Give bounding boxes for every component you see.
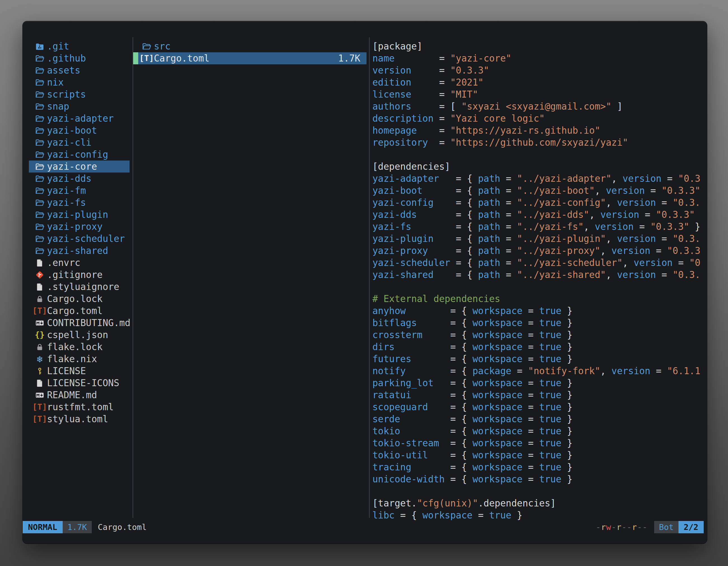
file-name: .git [47, 41, 69, 52]
folder-open-icon [34, 113, 45, 124]
file-row[interactable]: src [133, 40, 367, 52]
file-name: yazi-core [47, 161, 97, 172]
file-icon [34, 282, 45, 292]
file-name: cspell.json [47, 329, 108, 340]
folder-open-icon [34, 186, 45, 196]
file-row[interactable]: .styluaignore [29, 281, 130, 293]
file-row[interactable]: assets [29, 64, 130, 76]
file-name: flake.lock [47, 341, 103, 352]
file-row[interactable]: ❄flake.nix [29, 353, 130, 365]
pane-divider-left [133, 37, 133, 518]
nix-icon: ❄ [34, 354, 45, 364]
file-row[interactable]: yazi-config [29, 149, 130, 161]
file-row[interactable]: yazi-plugin [29, 209, 130, 221]
file-name: Cargo.toml [47, 305, 103, 316]
folder-open-icon [34, 77, 45, 88]
file-row[interactable]: [T]Cargo.toml1.7K [133, 52, 367, 64]
file-name: yazi-boot [47, 125, 97, 136]
file-icon [34, 378, 45, 388]
git-icon [34, 270, 45, 280]
key-icon [34, 366, 45, 376]
file-row[interactable]: yazi-scheduler [29, 233, 130, 245]
status-filename: Cargo.toml [98, 521, 147, 533]
file-row[interactable]: LICENSE [29, 365, 130, 377]
file-name: stylua.toml [47, 414, 108, 424]
file-row[interactable]: .github [29, 52, 130, 64]
scroll-position-badge: Bot [654, 521, 678, 533]
file-row[interactable]: CONTRIBUTING.md [29, 317, 130, 329]
cursor-counter-badge: 2/2 [678, 521, 704, 533]
folder-open-icon [34, 210, 45, 220]
toml-icon: [T] [34, 305, 45, 316]
toml-icon: [T] [34, 402, 45, 412]
file-row[interactable]: LICENSE-ICONS [29, 377, 130, 389]
file-row[interactable]: snap [29, 100, 130, 112]
file-row[interactable]: yazi-shared [29, 245, 130, 257]
toml-icon: [T] [141, 53, 152, 64]
file-row[interactable]: yazi-dds [29, 173, 130, 185]
file-name: flake.nix [47, 353, 97, 364]
folder-open-icon [34, 149, 45, 160]
json-icon: {} [34, 330, 45, 340]
file-row[interactable]: [T]stylua.toml [29, 413, 130, 425]
file-row[interactable]: .git [29, 40, 130, 52]
file-name: LICENSE [47, 365, 86, 376]
folder-open-icon [34, 137, 45, 148]
file-name: yazi-dds [47, 173, 91, 184]
file-name: snap [47, 101, 69, 112]
folder-open-icon [141, 41, 152, 52]
file-row[interactable]: nix [29, 76, 130, 88]
file-row[interactable]: flake.lock [29, 341, 130, 353]
file-row[interactable]: .envrc [29, 257, 130, 269]
folder-open-icon [34, 234, 45, 244]
file-name: .styluaignore [47, 281, 119, 292]
file-row[interactable]: .gitignore [29, 269, 130, 281]
folder-open-icon [34, 161, 45, 172]
file-row[interactable]: yazi-boot [29, 125, 130, 137]
file-row[interactable]: yazi-fm [29, 185, 130, 197]
file-row[interactable]: yazi-core [29, 161, 130, 173]
file-size: 1.7K [338, 53, 367, 64]
current-file-list: src[T]Cargo.toml1.7K [133, 40, 367, 64]
folder-open-icon [34, 198, 45, 208]
file-row[interactable]: README.md [29, 389, 130, 401]
file-row[interactable]: yazi-cli [29, 137, 130, 149]
file-row[interactable]: Cargo.lock [29, 293, 130, 305]
file-name: yazi-scheduler [47, 233, 125, 244]
file-name: scripts [47, 89, 86, 100]
file-row[interactable]: scripts [29, 88, 130, 100]
file-name: CONTRIBUTING.md [47, 317, 130, 328]
folder-open-icon [34, 173, 45, 184]
permissions-text: -rw-r--r-- [596, 521, 648, 533]
folder-open-icon [34, 53, 45, 64]
file-row[interactable]: yazi-proxy [29, 221, 130, 233]
file-name: .github [47, 53, 86, 64]
file-row[interactable]: [T]Cargo.toml [29, 305, 130, 317]
file-name: .gitignore [47, 269, 103, 280]
file-name: README.md [47, 389, 97, 400]
file-row[interactable]: yazi-fs [29, 197, 130, 209]
file-name: .envrc [47, 257, 80, 268]
file-size-badge: 1.7K [63, 521, 92, 533]
file-row[interactable]: {}cspell.json [29, 329, 130, 341]
folder-open-icon [34, 65, 45, 76]
file-name: yazi-config [47, 149, 108, 160]
yazi-window: .git.githubassetsnixscriptssnapyazi-adap… [22, 21, 707, 544]
file-name: Cargo.lock [47, 293, 103, 304]
file-name: assets [47, 65, 80, 76]
folder-open-icon [34, 125, 45, 136]
file-name: yazi-cli [47, 137, 91, 148]
folder-open-icon [34, 222, 45, 232]
file-name: Cargo.toml [154, 53, 210, 64]
file-name: yazi-shared [47, 245, 108, 256]
file-row[interactable]: [T]rustfmt.toml [29, 401, 130, 413]
status-bar: NORMAL 1.7K Cargo.toml -rw-r--r-- Bot 2/… [23, 521, 707, 533]
file-name: nix [47, 77, 64, 88]
file-name: src [154, 41, 171, 52]
markdown-icon [34, 390, 45, 400]
file-name: LICENSE-ICONS [47, 377, 119, 388]
parent-file-list: .git.githubassetsnixscriptssnapyazi-adap… [29, 40, 130, 425]
file-row[interactable]: yazi-adapter [29, 112, 130, 125]
folder-open-icon [34, 89, 45, 100]
file-name: yazi-fm [47, 185, 86, 196]
